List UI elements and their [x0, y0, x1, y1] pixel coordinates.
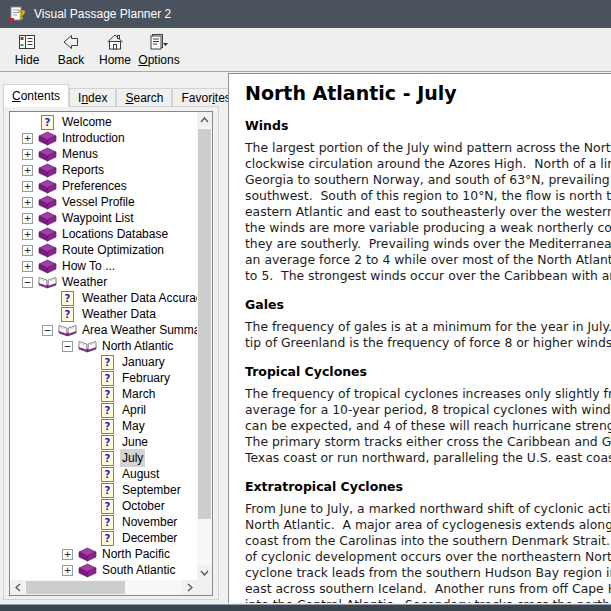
toggle-spacer — [82, 453, 93, 464]
help-page-icon: ? — [37, 114, 57, 130]
home-button[interactable]: Home — [93, 28, 137, 70]
tree-item-vessel-profile[interactable]: +Vessel Profile — [10, 194, 197, 210]
book-closed-icon — [77, 562, 97, 578]
book-closed-icon — [37, 258, 57, 274]
tree-item-october[interactable]: ?October — [10, 498, 197, 514]
options-icon — [148, 31, 170, 52]
scroll-left-arrow-icon[interactable] — [10, 580, 25, 595]
expand-icon[interactable]: + — [22, 181, 33, 192]
navigation-pane: ContentsIndexSearchFavorites ?Welcome+In… — [3, 84, 219, 601]
tree-item-november[interactable]: ?November — [10, 514, 197, 530]
toggle-spacer — [82, 517, 93, 528]
tree-item-weather[interactable]: −Weather — [10, 274, 197, 290]
tree-item-reports[interactable]: +Reports — [10, 162, 197, 178]
tree-horizontal-scrollbar[interactable] — [10, 580, 197, 595]
vertical-scroll-thumb[interactable] — [198, 129, 211, 519]
tab-index[interactable]: Index — [69, 88, 116, 107]
book-closed-icon — [37, 242, 57, 258]
toggle-spacer — [82, 533, 93, 544]
book-closed-icon — [77, 546, 97, 562]
tree-item-north-atlantic[interactable]: −North Atlantic — [10, 338, 197, 354]
expand-icon[interactable]: + — [22, 149, 33, 160]
tree-item-august[interactable]: ?August — [10, 466, 197, 482]
tree-item-september[interactable]: ?September — [10, 482, 197, 498]
section-heading-extratropical-cyclones: Extratropical Cyclones — [245, 479, 611, 494]
tree-item-july[interactable]: ?July — [10, 450, 197, 466]
content-line: North Atlantic. A major area of cyclogen… — [245, 517, 611, 533]
expand-icon[interactable]: + — [22, 261, 33, 272]
toggle-spacer — [82, 373, 93, 384]
collapse-icon[interactable]: − — [62, 341, 73, 352]
expand-icon[interactable]: + — [62, 565, 73, 576]
scroll-right-arrow-icon[interactable] — [182, 580, 197, 595]
tree-vertical-scrollbar[interactable] — [197, 112, 212, 580]
tree-viewport: ?Welcome+Introduction+Menus+Reports+Pref… — [10, 112, 197, 580]
tree-item-june[interactable]: ?June — [10, 434, 197, 450]
help-page-icon: ? — [97, 354, 117, 370]
tree-item-december[interactable]: ?December — [10, 530, 197, 546]
content-line: east across southern Iceland. Another ru… — [245, 581, 611, 597]
svg-text:?: ? — [104, 533, 110, 544]
hide-button[interactable]: Hide — [5, 28, 49, 70]
expand-icon[interactable]: + — [22, 213, 33, 224]
expand-icon[interactable]: + — [22, 229, 33, 240]
expand-icon[interactable]: + — [22, 165, 33, 176]
collapse-icon[interactable]: − — [22, 277, 33, 288]
tree-item-february[interactable]: ?February — [10, 370, 197, 386]
expand-icon[interactable]: + — [62, 549, 73, 560]
expand-icon[interactable]: + — [22, 197, 33, 208]
horizontal-scroll-thumb[interactable] — [26, 581, 125, 594]
toggle-spacer — [82, 485, 93, 496]
expand-icon[interactable]: + — [22, 133, 33, 144]
tree-item-march[interactable]: ?March — [10, 386, 197, 402]
help-page-icon: ? — [57, 306, 77, 322]
back-button[interactable]: Back — [49, 28, 93, 70]
home-icon — [105, 31, 125, 52]
contents-tree: ?Welcome+Introduction+Menus+Reports+Pref… — [9, 111, 213, 596]
tree-item-may[interactable]: ?May — [10, 418, 197, 434]
svg-text:?: ? — [18, 7, 26, 22]
scroll-up-arrow-icon[interactable] — [197, 112, 212, 127]
tree-item-how-to[interactable]: +How To ... — [10, 258, 197, 274]
tree-item-weather-data[interactable]: ?Weather Data — [10, 306, 197, 322]
section-heading-gales: Gales — [245, 297, 611, 312]
help-page-icon: ? — [97, 370, 117, 386]
help-page-icon: ? — [97, 498, 117, 514]
tree-item-preferences[interactable]: +Preferences — [10, 178, 197, 194]
content-line: coast from the Carolinas into the southe… — [245, 533, 611, 549]
tree-item-area-weather-summaries[interactable]: −Area Weather Summaries — [10, 322, 197, 338]
tree-item-introduction[interactable]: +Introduction — [10, 130, 197, 146]
options-button[interactable]: Options — [137, 28, 181, 70]
tree-item-april[interactable]: ?April — [10, 402, 197, 418]
tab-contents[interactable]: Contents — [3, 84, 69, 107]
toolbar: HideBackHomeOptions — [0, 28, 611, 72]
toggle-spacer — [42, 293, 53, 304]
content-line: cyclone track leads from the southern Hu… — [245, 565, 611, 581]
tree-item-locations-database[interactable]: +Locations Database — [10, 226, 197, 242]
svg-text:?: ? — [104, 357, 110, 368]
book-closed-icon — [37, 178, 57, 194]
content-line: into the Central Atlantic. Secondary tra… — [245, 597, 611, 603]
content-line: The largest portion of the July wind pat… — [245, 140, 611, 156]
tree-item-menus[interactable]: +Menus — [10, 146, 197, 162]
collapse-icon[interactable]: − — [42, 325, 53, 336]
tab-search[interactable]: Search — [116, 88, 172, 107]
expand-icon[interactable]: + — [22, 245, 33, 256]
content-line: to 5. The strongest winds occur over the… — [245, 268, 611, 284]
tree-item-route-optimization[interactable]: +Route Optimization — [10, 242, 197, 258]
svg-text:?: ? — [104, 453, 110, 464]
content-line: The primary storm tracks either cross th… — [245, 434, 611, 450]
tree-item-waypoint-list[interactable]: +Waypoint List — [10, 210, 197, 226]
tree-item-welcome[interactable]: ?Welcome — [10, 114, 197, 130]
book-closed-icon — [37, 146, 57, 162]
section-heading-winds: Winds — [245, 118, 611, 133]
contents-tab-page: ?Welcome+Introduction+Menus+Reports+Pref… — [3, 106, 219, 600]
topic-title: North Atlantic - July — [245, 82, 611, 104]
tree-item-january[interactable]: ?January — [10, 354, 197, 370]
scroll-down-arrow-icon[interactable] — [197, 565, 212, 580]
book-open-icon — [77, 338, 97, 354]
help-page-icon: ? — [97, 386, 117, 402]
tree-item-weather-data-accuracy[interactable]: ?Weather Data Accuracy — [10, 290, 197, 306]
tree-item-north-pacific[interactable]: +North Pacific — [10, 546, 197, 562]
tree-item-south-atlantic[interactable]: +South Atlantic — [10, 562, 197, 578]
